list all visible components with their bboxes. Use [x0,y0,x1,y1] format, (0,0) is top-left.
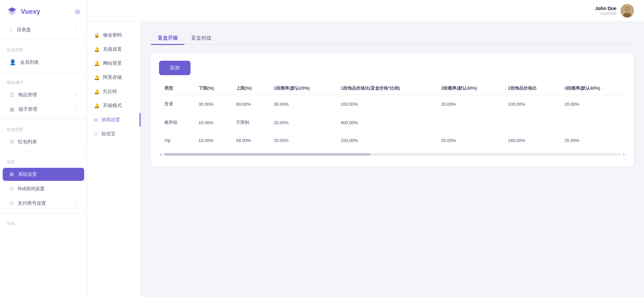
avatar [621,4,634,17]
sidebar-item-label: Roll房间设置 [18,186,45,192]
sub-sidebar-item-label: 游戏设置 [101,117,120,123]
sub-sidebar-item-label: 短信宝 [101,131,115,137]
circle-icon: ⊙ [9,186,14,192]
target-icon: ◎ [75,8,80,15]
sidebar-item-box-mgmt[interactable]: ▣ 箱子管理 › [3,103,84,116]
sub-sidebar-item-change-password[interactable]: 🔒 修改密码 [87,28,141,42]
svg-point-4 [628,8,629,9]
cell-lower-2: 10.00% [193,113,231,132]
sub-sidebar-item-zhabit[interactable]: 🔔 扎比特 [87,85,141,99]
logo-area: Vuexy ◎ [0,0,87,23]
user-icon: 👤 [9,59,16,65]
sub-sidebar-item-recharge[interactable]: 🔔 充值设置 [87,42,141,56]
cell-prob1-3: 20.00% [268,132,335,149]
col-type: 类型 [159,82,193,95]
tabs-bar: 盲盒开箱 盲盒对战 [151,32,634,45]
cell-prob2-2 [436,113,502,132]
cell-prob3-2 [559,113,626,132]
sidebar-item-label: 系统设置 [18,171,37,178]
cell-upper-1: 60.00% [231,95,268,113]
sidebar-item-member-list[interactable]: 👤 会员列表 [3,56,84,69]
sub-sidebar-item-background[interactable]: 🔔 网站背景 [87,56,141,70]
cell-prob3-3: 25.00% [559,132,626,149]
sidebar-item-label: 饰品管理 [18,92,37,98]
table-row: 概率组 10.00% 不限制 20.00% 400.00% [159,113,626,132]
scroll-track[interactable] [164,153,621,156]
gear-icon: ⚙ [9,139,14,145]
cell-lower-1: 30.00% [193,95,231,113]
cell-price1-3: 150.00% [335,132,436,149]
tab-blind-box-battle[interactable]: 盲盒对战 [184,32,218,45]
circle-icon-2: ⊙ [94,131,98,137]
box-icon: ▣ [9,106,14,112]
sub-sidebar-item-label: 开箱模式 [103,103,122,109]
settings-gear-icon: ⚙ [9,171,14,178]
list-icon: ☰ [9,92,14,98]
sub-sidebar-item-label: 网站背景 [103,60,122,66]
sub-sidebar-item-game-settings[interactable]: ⊙ 游戏设置 [87,113,141,127]
clock-icon: ⊙ [9,200,14,206]
arrow-icon: › [76,107,77,112]
add-button[interactable]: 添加 [159,61,191,75]
sidebar-item-payment[interactable]: ⊙ 支付商号设置 › [3,197,84,210]
sub-sidebar-item-label: 阿里存储 [103,75,122,81]
table-scroll-container[interactable]: 类型 下限(%) 上限(%) 1段概率(默认20%) 1段饰品价格比(盲盒价格*… [159,82,626,158]
col-price1: 1段饰品价格比(盲盒价格*比例) [335,82,436,95]
horizontal-scrollbar[interactable]: ◂ ▸ [159,150,626,158]
user-name: John Doe [595,6,616,11]
divider-1 [0,40,87,40]
lock-icon: 🔒 [94,33,100,38]
sub-sidebar-item-sms[interactable]: ⊙ 短信宝 [87,127,141,141]
col-prob2: 2段概率(默认30%) [436,82,502,95]
user-info: John Doe Available [595,6,616,16]
scroll-right-arrow[interactable]: ▸ [623,152,626,157]
cell-price2-2 [502,113,559,132]
sub-sidebar-item-ali-storage[interactable]: 🔔 阿里存储 [87,70,141,85]
main-area: John Doe Available 🔒 修改密码 [87,0,644,297]
tab-blind-box-open[interactable]: 盲盒开箱 [151,32,184,45]
topbar: John Doe Available [87,0,644,21]
logo-icon [7,6,17,17]
sidebar-item-label: 箱子管理 [18,106,37,112]
sidebar-item-label: 红包列表 [18,139,37,145]
col-prob3: 3段概率(默认40%) [559,82,626,95]
divider-3 [0,119,87,119]
sub-sidebar-item-label: 修改密码 [103,32,122,38]
col-prob1: 1段概率(默认20%) [268,82,335,95]
cell-type-3: Vip [159,132,193,149]
table-header-row: 类型 下限(%) 上限(%) 1段概率(默认20%) 1段饰品价格比(盲盒价格*… [159,82,626,95]
sidebar-item-system-settings[interactable]: ⚙ 系统设置 [3,168,84,181]
cell-upper-3: 58.00% [231,132,268,149]
table-card: 添加 类型 下限(%) 上限(%) 1段概率(默认20%) 1段饰品价格比(盲盒… [151,53,634,166]
bell-icon-5: 🔔 [94,103,100,108]
content-area: 🔒 修改密码 🔔 充值设置 🔔 网站背景 🔔 阿里存储 🔔 扎比特 🔔 [87,21,644,297]
sidebar-item-roll-room[interactable]: ⊙ Roll房间设置 [3,182,84,195]
logo-text: Vuexy [21,8,40,15]
cell-prob3-1: 20.00% [559,95,626,113]
cell-type-1: 普通 [159,95,193,113]
circle-icon-1: ⊙ [94,117,98,122]
sidebar-item-label: 仪表盘 [17,27,31,33]
bell-icon-1: 🔔 [94,47,100,52]
sub-sidebar-item-open-mode[interactable]: 🔔 开箱模式 [87,99,141,113]
bell-icon-3: 🔔 [94,75,100,80]
scroll-left-arrow[interactable]: ◂ [159,152,162,157]
sub-sidebar-item-label: 充值设置 [103,46,122,52]
sub-sidebar-item-label: 扎比特 [103,89,117,95]
user-area: John Doe Available [595,4,634,17]
sidebar-item-jewelry-mgmt[interactable]: ☰ 饰品管理 › [3,88,84,101]
cell-upper-2: 不限制 [231,113,268,132]
svg-point-3 [626,8,627,9]
data-table: 类型 下限(%) 上限(%) 1段概率(默认20%) 1段饰品价格比(盲盒价格*… [159,82,626,149]
user-status: Available [595,11,616,16]
cell-lower-3: 10.00% [193,132,231,149]
sidebar-item-red-envelope[interactable]: ⚙ 红包列表 [3,135,84,148]
scroll-thumb [164,153,370,156]
sidebar-item-dashboard[interactable]: ⌂ 仪表盘 › [3,23,84,36]
cell-price2-3: 160.00% [502,132,559,149]
cell-prob2-1: 20.00% [436,95,502,113]
arrow-icon: › [76,93,77,97]
table-row: 普通 30.00% 60.00% 30.00% 100.00% 20.00% 1… [159,95,626,113]
col-price2: 2段饰品价格比 [502,82,559,95]
divider-4 [0,152,87,152]
